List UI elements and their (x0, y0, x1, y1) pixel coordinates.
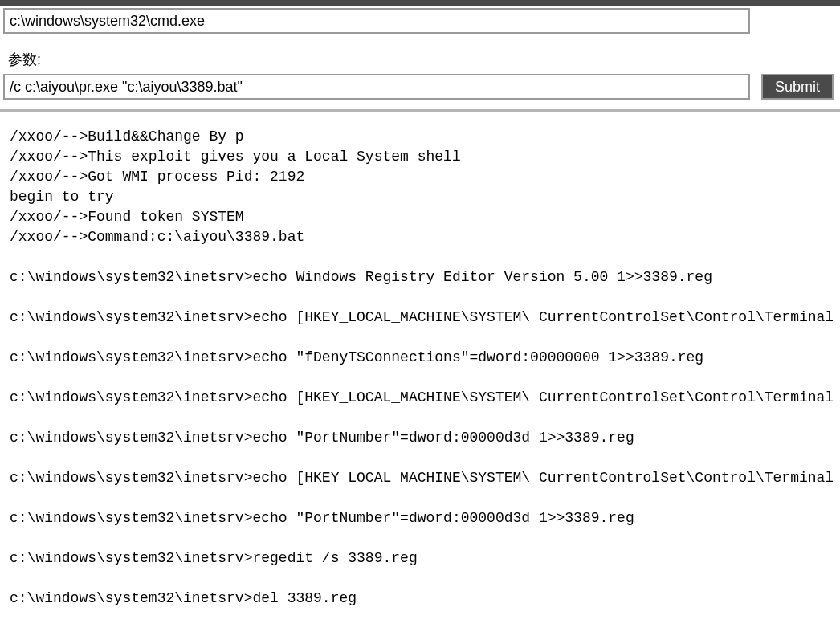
param-label: 参数: (8, 50, 840, 69)
submit-button[interactable]: Submit (761, 74, 834, 100)
top-bar (0, 0, 840, 6)
form-area: 参数: Submit (0, 6, 840, 100)
param-row: Submit (3, 74, 840, 100)
param-input[interactable] (3, 74, 750, 100)
command-path-input[interactable] (3, 8, 750, 34)
command-output: /xxoo/-->Build&&Change By p /xxoo/-->Thi… (0, 112, 840, 609)
